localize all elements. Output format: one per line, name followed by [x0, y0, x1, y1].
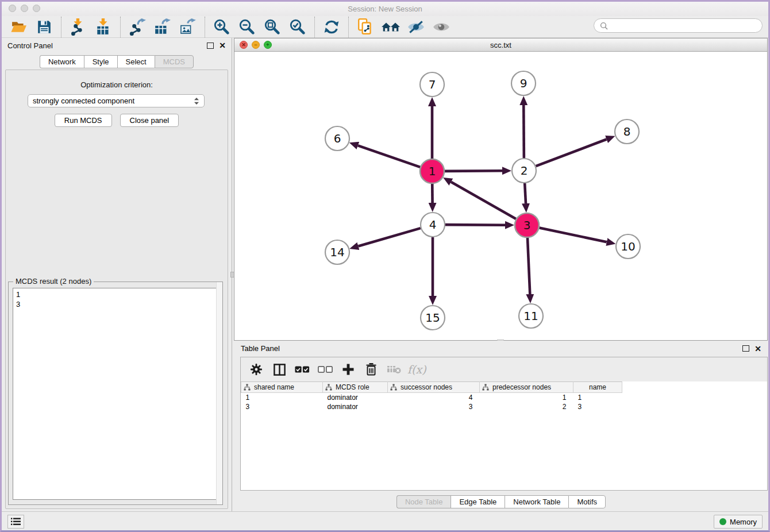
graph-edge-2-3[interactable]: [525, 183, 526, 203]
column-header-label: MCDS role: [336, 383, 369, 391]
graph-node-label: 15: [425, 311, 440, 325]
search-input[interactable]: [611, 21, 756, 30]
zoom-selected-icon: [289, 18, 306, 36]
export-table-button[interactable]: [151, 17, 174, 37]
table-panel-title: Table Panel: [241, 344, 742, 353]
table-cell[interactable]: 1: [480, 393, 573, 402]
node-table-body[interactable]: 1dominator4113dominator323: [241, 393, 622, 411]
table-panel: Table Panel ✕: [234, 341, 768, 515]
column-header-successor-nodes[interactable]: successor nodes: [388, 382, 480, 393]
graph-node-label: 14: [330, 245, 344, 259]
add-column-button[interactable]: [338, 360, 358, 379]
table-cell[interactable]: 1: [573, 393, 622, 402]
refresh-layout-button[interactable]: [320, 17, 343, 37]
close-window-icon[interactable]: [9, 5, 16, 12]
open-session-button[interactable]: [7, 17, 30, 37]
graph-edge-2-9[interactable]: [523, 105, 524, 158]
column-header-shared-name[interactable]: shared name: [241, 382, 323, 393]
table-cell[interactable]: 3: [388, 402, 480, 411]
delete-column-button[interactable]: [361, 360, 381, 379]
import-table-button[interactable]: [92, 17, 115, 37]
tab-motifs[interactable]: Motifs: [568, 495, 606, 508]
zoom-in-button[interactable]: [210, 17, 233, 37]
search-icon: [600, 22, 608, 30]
result-scrollbar[interactable]: [216, 282, 222, 504]
tab-node-table[interactable]: Node Table: [396, 495, 451, 508]
close-panel-button[interactable]: Close panel: [120, 114, 179, 127]
memory-button[interactable]: Memory: [714, 515, 763, 529]
table-toolbar: f(x): [241, 357, 767, 381]
home-button[interactable]: [379, 17, 402, 37]
node-table-head[interactable]: shared nameMCDS rolesuccessor nodesprede…: [241, 382, 622, 393]
table-cell[interactable]: 3: [573, 402, 622, 411]
table-settings-button[interactable]: [247, 360, 266, 379]
task-history-button[interactable]: [7, 515, 24, 529]
table-cell[interactable]: 1: [241, 393, 323, 402]
list-icon: [11, 518, 21, 526]
close-panel-icon[interactable]: ✕: [219, 41, 226, 49]
float-table-panel-icon[interactable]: [742, 345, 749, 352]
table-row[interactable]: 1dominator411: [241, 393, 622, 402]
save-session-button[interactable]: [33, 17, 56, 37]
table-cell[interactable]: 2: [480, 402, 573, 411]
tab-style[interactable]: Style: [84, 55, 117, 68]
network-graph[interactable]: 7968124314101511: [234, 52, 767, 341]
tab-network-table[interactable]: Network Table: [505, 495, 568, 508]
table-cell[interactable]: 3: [241, 402, 323, 411]
hide-all-columns-button[interactable]: [315, 360, 335, 379]
hide-graphics-button[interactable]: [405, 17, 428, 37]
import-network-button[interactable]: [67, 17, 90, 37]
table-cell[interactable]: 4: [388, 393, 480, 402]
float-panel-icon[interactable]: [207, 43, 214, 49]
mcds-result-text[interactable]: 1 3: [13, 288, 218, 500]
column-header-predecessor-nodes[interactable]: predecessor nodes: [480, 382, 573, 393]
export-network-button[interactable]: [126, 17, 149, 37]
export-network-icon: [129, 18, 146, 36]
graph-edge-3-10[interactable]: [540, 228, 607, 242]
close-view-icon[interactable]: ✕: [240, 41, 248, 49]
network-view-window: ✕ − + scc.txt 7968124314101511: [234, 38, 768, 341]
graph-node-label: 6: [334, 132, 341, 145]
export-image-button[interactable]: [176, 17, 199, 37]
run-mcds-button[interactable]: Run MCDS: [55, 114, 112, 127]
column-header-MCDS-role[interactable]: MCDS role: [323, 382, 388, 393]
tab-mcds[interactable]: MCDS: [155, 55, 194, 68]
graph-edge-4-14[interactable]: [359, 228, 421, 246]
cytoscape-window: Session: New Session: [0, 0, 770, 532]
tab-select[interactable]: Select: [117, 55, 155, 68]
table-cell[interactable]: dominator: [323, 393, 388, 402]
graph-edge-1-6[interactable]: [358, 145, 420, 167]
tab-network[interactable]: Network: [40, 55, 84, 68]
optimization-criterion-label: Optimization criterion:: [6, 80, 228, 89]
split-panel-button[interactable]: [270, 360, 289, 379]
show-graphics-button[interactable]: [430, 17, 453, 37]
graph-edge-3-11[interactable]: [528, 238, 530, 294]
network-window-titlebar[interactable]: ✕ − + scc.txt: [234, 38, 767, 52]
trash-icon: [365, 363, 378, 376]
graph-edge-2-8[interactable]: [536, 139, 607, 166]
toolbar-separator: [348, 17, 349, 37]
zoom-selected-button[interactable]: [286, 17, 309, 37]
graph-edge-3-1[interactable]: [451, 182, 516, 219]
table-row[interactable]: 3dominator323: [241, 402, 622, 411]
show-all-columns-button[interactable]: [292, 360, 312, 379]
minimize-window-icon[interactable]: [21, 5, 28, 12]
close-table-panel-icon[interactable]: ✕: [754, 345, 761, 353]
zoom-window-icon[interactable]: [33, 5, 40, 12]
table-cell[interactable]: dominator: [323, 402, 388, 411]
network-clone-button[interactable]: [354, 17, 377, 37]
optimization-criterion-select[interactable]: strongly connected component: [28, 94, 205, 107]
refresh-icon: [324, 19, 340, 35]
zoom-fit-icon: [264, 18, 281, 36]
column-header-name[interactable]: name: [573, 382, 622, 393]
zoom-fit-button[interactable]: [261, 17, 284, 37]
minimize-view-icon[interactable]: −: [252, 41, 260, 49]
search-field[interactable]: [594, 18, 763, 33]
tab-edge-table[interactable]: Edge Table: [451, 495, 505, 508]
eye-icon: [432, 20, 451, 34]
network-canvas[interactable]: 7968124314101511: [234, 52, 767, 340]
graph-edge-1-2[interactable]: [445, 171, 502, 171]
graph-edge-4-3[interactable]: [445, 225, 505, 225]
zoom-out-button[interactable]: [236, 17, 259, 37]
maximize-view-icon[interactable]: +: [264, 41, 272, 49]
